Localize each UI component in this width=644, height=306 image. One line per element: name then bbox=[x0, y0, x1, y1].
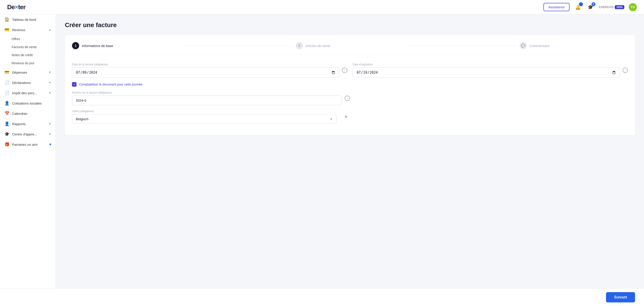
sidebar-label-rapports: Rapports bbox=[12, 122, 26, 126]
step-label-informations: Informations de base bbox=[82, 44, 113, 48]
step-circle-commentaire: 💬 bbox=[520, 42, 527, 49]
expenses-icon: 💳 bbox=[4, 70, 10, 75]
header: De×ter Assistance 🔔 🎓 0 EXERCICE 2024 TV bbox=[0, 0, 644, 14]
invoice-date-input[interactable] bbox=[72, 67, 339, 78]
step-label-commentaire: Commentaire bbox=[530, 44, 550, 48]
sidebar: 🏠 Tableau de bord 💳 Revenus ▲ Offres Fac… bbox=[0, 14, 56, 288]
home-icon: 🏠 bbox=[4, 17, 10, 22]
exercice-badge: EXERCICE 2024 bbox=[599, 5, 624, 9]
form-card: 1 Informations de base € Articles de ven… bbox=[65, 35, 635, 135]
step-articles: € Articles de vente bbox=[296, 42, 404, 49]
sidebar-label-declarations: Déclarations bbox=[12, 81, 31, 85]
sidebar-label-centre: Centre d'appre... bbox=[12, 132, 37, 136]
layout: 🏠 Tableau de bord 💳 Revenus ▲ Offres Fac… bbox=[0, 14, 644, 288]
chevron-down-icon-centre: ▼ bbox=[48, 133, 51, 136]
sidebar-label-depenses: Dépenses bbox=[12, 71, 27, 74]
sidebar-item-impot[interactable]: 📄 Impôt des pers... ▼ bbox=[0, 88, 56, 98]
main-content: Créer une facture 1 Informations de base… bbox=[56, 14, 644, 288]
avatar[interactable]: TV bbox=[629, 3, 637, 11]
user-icon: 👤 bbox=[4, 101, 10, 106]
sidebar-item-revenus-du-jour[interactable]: Revenus du jour bbox=[0, 59, 56, 67]
sidebar-label-cotisations: Cotisations sociales bbox=[12, 101, 42, 105]
sidebar-item-rapports[interactable]: 👤 Rapports ▼ bbox=[0, 119, 56, 129]
sidebar-label-factures-de-vente: Factures de vente bbox=[12, 45, 37, 49]
sidebar-label-revenus: Revenus bbox=[12, 28, 25, 32]
sidebar-item-cotisations[interactable]: 👤 Cotisations sociales bbox=[0, 98, 56, 108]
sidebar-item-declarations[interactable]: 📄 Déclarations ▼ bbox=[0, 78, 56, 88]
expiry-date-field-group: Date d'expiration i bbox=[353, 63, 628, 78]
exercice-year: 2024 bbox=[615, 5, 624, 9]
sidebar-item-tableau-de-bord[interactable]: 🏠 Tableau de bord bbox=[0, 14, 56, 25]
step-commentaire: 💬 Commentaire bbox=[520, 42, 628, 49]
sidebar-label-revenus-du-jour: Revenus du jour bbox=[12, 61, 34, 65]
credit-card-icon: 💳 bbox=[4, 27, 10, 32]
client-select[interactable]: Belgisch ▼ bbox=[72, 114, 336, 124]
add-client-button[interactable]: + bbox=[342, 113, 350, 121]
checkbox-label[interactable]: Comptabiliser le document pour cette jou… bbox=[79, 83, 142, 86]
invoice-number-info-icon[interactable]: i bbox=[344, 96, 350, 101]
invoice-date-label: Date de la facture (obligatoire) bbox=[72, 63, 339, 66]
chevron-down-icon-impot: ▼ bbox=[48, 91, 51, 95]
chevron-down-icon-rapports: ▼ bbox=[48, 122, 51, 125]
sidebar-item-offres[interactable]: Offres bbox=[0, 35, 56, 43]
invoice-number-input[interactable] bbox=[72, 96, 342, 105]
sidebar-label-calendrier: Calendrier bbox=[12, 112, 28, 116]
comptabiliser-checkbox[interactable] bbox=[72, 82, 76, 87]
sidebar-label-parrainez: Parrainez un ami bbox=[12, 143, 37, 146]
sidebar-item-parrainez[interactable]: 🎁 Parrainez un ami bbox=[0, 139, 56, 150]
parrainez-dot bbox=[50, 143, 51, 145]
notification-badge bbox=[579, 2, 583, 6]
graduation-cap-icon: 🎓 bbox=[4, 132, 10, 137]
step-circle-1: 1 bbox=[72, 42, 79, 49]
page-title: Créer une facture bbox=[65, 22, 635, 29]
assistance-button[interactable]: Assistance bbox=[544, 3, 570, 11]
sidebar-item-notes-de-credit[interactable]: Notes de crédit bbox=[0, 51, 56, 59]
sidebar-item-centre[interactable]: 🎓 Centre d'appre... ▼ bbox=[0, 129, 56, 139]
header-actions: Assistance 🔔 🎓 0 EXERCICE 2024 TV bbox=[544, 3, 637, 11]
sidebar-label-tableau-de-bord: Tableau de bord bbox=[12, 18, 36, 22]
reports-icon: 👤 bbox=[4, 121, 10, 126]
suivant-button[interactable]: Suivant bbox=[606, 292, 635, 302]
invoice-number-field-group: Numéro de la facture (obligatoire) i bbox=[72, 91, 350, 105]
date-row: Date de la facture (obligatoire) i Date … bbox=[72, 63, 628, 78]
checkbox-row: Comptabiliser le document pour cette jou… bbox=[72, 82, 628, 87]
sidebar-item-depenses[interactable]: 💳 Dépenses ▼ bbox=[0, 67, 56, 78]
invoice-number-group: Numéro de la facture (obligatoire) bbox=[72, 91, 342, 105]
sidebar-label-impot: Impôt des pers... bbox=[12, 91, 37, 95]
step-informations: 1 Informations de base bbox=[72, 42, 180, 49]
chevron-down-icon-declarations: ▼ bbox=[48, 81, 51, 84]
document-icon: 📄 bbox=[4, 80, 10, 85]
bottom-bar: Suivant bbox=[0, 288, 644, 306]
step-label-articles: Articles de vente bbox=[306, 44, 330, 48]
invoice-date-field-group: Date de la facture (obligatoire) i bbox=[72, 63, 347, 78]
chevron-up-icon: ▲ bbox=[48, 28, 51, 31]
sidebar-item-revenus[interactable]: 💳 Revenus ▲ bbox=[0, 25, 56, 35]
invoice-number-row: Numéro de la facture (obligatoire) i bbox=[72, 91, 350, 105]
chevron-down-icon-depenses: ▼ bbox=[48, 71, 51, 74]
client-value: Belgisch bbox=[76, 117, 88, 121]
chevron-down-icon-client: ▼ bbox=[330, 117, 333, 121]
expiry-date-input[interactable] bbox=[353, 67, 620, 78]
expiry-date-group: Date d'expiration bbox=[353, 63, 620, 78]
client-group: Client (obligatoire) Belgisch ▼ bbox=[72, 110, 336, 124]
sidebar-item-factures-de-vente[interactable]: Factures de vente bbox=[0, 43, 56, 51]
sidebar-item-calendrier[interactable]: 📅 Calendrier bbox=[0, 108, 56, 119]
logo: De×ter bbox=[7, 4, 26, 11]
graduation-badge: 0 bbox=[592, 2, 596, 6]
client-label: Client (obligatoire) bbox=[72, 110, 336, 113]
graduation-button[interactable]: 🎓 0 bbox=[586, 3, 594, 11]
expiry-date-info-icon[interactable]: i bbox=[622, 68, 628, 73]
invoice-date-group: Date de la facture (obligatoire) bbox=[72, 63, 339, 78]
expiry-date-label: Date d'expiration bbox=[353, 63, 620, 66]
calendar-icon: 📅 bbox=[4, 111, 10, 116]
gift-icon: 🎁 bbox=[4, 142, 10, 147]
client-row: Client (obligatoire) Belgisch ▼ + bbox=[72, 110, 350, 124]
logo-x: × bbox=[15, 4, 18, 11]
step-circle-articles: € bbox=[296, 42, 303, 49]
invoice-date-info-icon[interactable]: i bbox=[342, 68, 347, 73]
exercice-label: EXERCICE bbox=[599, 5, 614, 9]
lock-icon: 📄 bbox=[4, 90, 10, 95]
notification-button[interactable]: 🔔 bbox=[574, 3, 582, 11]
invoice-number-label: Numéro de la facture (obligatoire) bbox=[72, 91, 342, 94]
sidebar-label-offres: Offres bbox=[12, 37, 20, 41]
